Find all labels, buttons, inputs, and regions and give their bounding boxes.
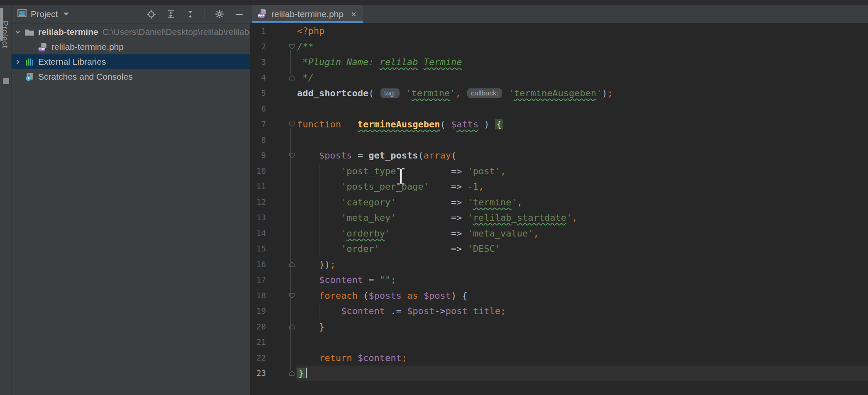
- line-number: 17: [250, 272, 266, 288]
- tree-item-label: Scratches and Consoles: [38, 72, 133, 82]
- close-icon[interactable]: [350, 11, 357, 18]
- code-text: 'order' => 'DESC': [297, 241, 500, 257]
- fold-start-icon[interactable]: [289, 293, 295, 299]
- code-line-19[interactable]: 19 $content .= $post->post_title;: [250, 303, 868, 319]
- code-line-5[interactable]: 5add_shortcode( tag: 'termine', callback…: [250, 85, 868, 101]
- code-text: 'posts_per_page' => -1,: [297, 179, 484, 195]
- settings-icon[interactable]: [214, 9, 225, 20]
- hide-icon[interactable]: [234, 9, 244, 20]
- code-text: $posts = get_posts(array(: [297, 148, 456, 163]
- code-text: add_shortcode( tag: 'termine', callback:…: [297, 85, 613, 101]
- toolbar-divider: [205, 9, 205, 19]
- folder-icon: [24, 28, 35, 36]
- code-line-13[interactable]: 13 'meta_key' => 'relilab_startdate',: [250, 210, 868, 226]
- line-number: 4: [250, 70, 266, 86]
- tool-window-stripe: Project: [0, 5, 12, 395]
- code-text: foreach ($posts as $post) {: [297, 288, 468, 304]
- code-line-10[interactable]: 10 'post_type' => 'post',: [250, 163, 868, 179]
- tab-relilab-termine-php[interactable]: PHP relilab-termine.php: [252, 5, 363, 23]
- code-line-18[interactable]: 18 foreach ($posts as $post) {: [250, 288, 868, 304]
- code-line-17[interactable]: 17 $content = "";: [250, 272, 868, 288]
- code-line-20[interactable]: 20 }: [250, 319, 868, 335]
- fold-start-icon[interactable]: [289, 44, 295, 50]
- project-widget-icon: [17, 9, 27, 19]
- panel-toolbar: [146, 9, 250, 20]
- php-file-icon: PHP: [258, 9, 267, 20]
- code-text: */: [297, 70, 314, 86]
- php-file-icon: PHP: [37, 42, 48, 52]
- locate-icon[interactable]: [146, 9, 156, 20]
- code-text: <?php: [297, 23, 324, 39]
- code-line-16[interactable]: 16 ));: [250, 257, 868, 273]
- fold-scope-line: [293, 299, 293, 323]
- fold-scope-line: [290, 128, 291, 370]
- project-panel-header: Project: [12, 5, 250, 24]
- code-line-22[interactable]: 22 return $content;: [250, 350, 868, 366]
- line-number: 2: [250, 39, 266, 55]
- code-text: $content .= $post->post_title;: [297, 303, 506, 319]
- mouse-ibeam-cursor: [396, 168, 405, 187]
- code-line-11[interactable]: 11 'posts_per_page' => -1,: [250, 179, 868, 195]
- indent-guide: [319, 303, 319, 319]
- code-text: ));: [297, 257, 336, 273]
- fold-end-icon[interactable]: [289, 324, 295, 330]
- tree-item-relilab-termine[interactable]: relilab-termineC:\Users\Daniel\Desktop\r…: [12, 24, 250, 39]
- project-panel: Project relilab-termineC:\Users\Daniel\D…: [12, 5, 250, 395]
- code-line-9[interactable]: 9 $posts = get_posts(array(: [250, 148, 868, 163]
- code-line-14[interactable]: 14 'orderby' => 'meta_value',: [250, 226, 868, 241]
- tree-item-external-libraries[interactable]: External Libraries: [12, 54, 250, 69]
- tree-item-path: C:\Users\Daniel\Desktop\relilab\relilab-…: [102, 27, 250, 37]
- code-line-7[interactable]: 7function termineAusgeben( $atts ) {: [250, 117, 868, 132]
- fold-start-icon[interactable]: [289, 152, 295, 158]
- code-line-4[interactable]: 4 */: [250, 70, 868, 86]
- line-number: 3: [250, 54, 266, 70]
- line-number: 23: [250, 366, 266, 381]
- code-text: function termineAusgeben( $atts ) {: [297, 117, 503, 132]
- phpstorm-window: Project Project relilab-termineC:\Users\…: [0, 0, 868, 395]
- tree-item-label: External Libraries: [38, 57, 106, 67]
- fold-start-icon[interactable]: [289, 121, 295, 127]
- code-line-2[interactable]: 2/**: [250, 39, 868, 55]
- chevron-down-icon[interactable]: [63, 12, 69, 16]
- window-top-strip: [0, 0, 868, 5]
- code-line-3[interactable]: 3 *Plugin Name: relilab Termine: [250, 54, 868, 70]
- chevron-down-icon[interactable]: [12, 29, 24, 35]
- line-number: 14: [250, 226, 266, 241]
- code-line-8[interactable]: 8: [250, 132, 868, 148]
- code-line-21[interactable]: 21: [250, 334, 868, 350]
- code-text: return $content;: [297, 350, 407, 366]
- fold-end-icon[interactable]: [289, 261, 295, 268]
- collapse-all-icon[interactable]: [185, 9, 195, 20]
- line-number: 1: [250, 23, 266, 39]
- chevron-right-icon[interactable]: [12, 59, 24, 65]
- stripe-window-icon: [3, 78, 9, 84]
- line-number: 22: [250, 350, 266, 366]
- code-line-23[interactable]: 23}: [250, 366, 868, 381]
- fold-end-icon[interactable]: [289, 370, 295, 376]
- code-line-1[interactable]: 1<?php: [250, 23, 868, 39]
- tree-item-relilab-termine-php[interactable]: PHPrelilab-termine.php: [12, 39, 250, 54]
- library-icon: [24, 58, 35, 66]
- tree-item-scratches-and-consoles[interactable]: Scratches and Consoles: [12, 69, 250, 84]
- code-text: }: [297, 366, 307, 381]
- code-text: /**: [297, 39, 314, 55]
- editor-tab-bar: PHP relilab-termine.php: [250, 5, 868, 23]
- scratches-icon: [24, 73, 35, 81]
- code-line-15[interactable]: 15 'order' => 'DESC': [250, 241, 868, 257]
- line-number: 21: [250, 334, 266, 350]
- stripe-project-button[interactable]: Project: [0, 21, 10, 48]
- project-tree: relilab-termineC:\Users\Daniel\Desktop\r…: [12, 24, 250, 84]
- fold-end-icon[interactable]: [289, 75, 295, 81]
- expand-all-icon[interactable]: [166, 9, 176, 20]
- code-line-6[interactable]: 6: [250, 101, 868, 117]
- code-text: 'orderby' => 'meta_value',: [297, 226, 539, 241]
- line-number: 18: [250, 288, 266, 304]
- tree-item-label: relilab-termine: [38, 27, 98, 37]
- svg-text:PHP: PHP: [258, 14, 265, 17]
- code-editor[interactable]: 1<?php2/**3 *Plugin Name: relilab Termin…: [250, 23, 868, 395]
- code-text: 'category' => 'termine',: [297, 195, 522, 210]
- project-panel-title: Project: [31, 9, 58, 19]
- line-number: 11: [250, 179, 266, 195]
- current-line-highlight: [296, 366, 868, 381]
- code-line-12[interactable]: 12 'category' => 'termine',: [250, 195, 868, 210]
